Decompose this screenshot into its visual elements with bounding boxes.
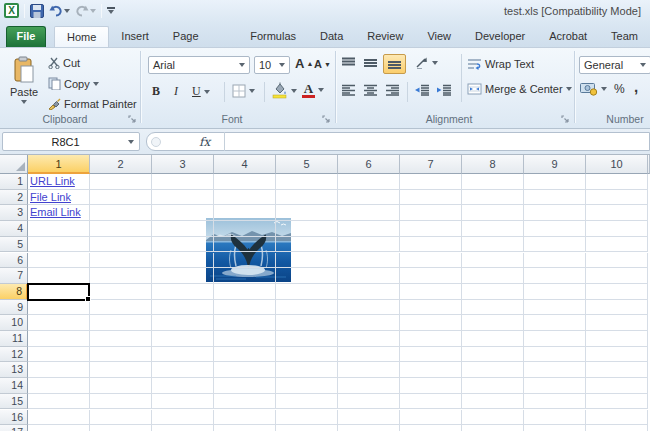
grid-cell[interactable] bbox=[462, 284, 524, 300]
accounting-dropdown-caret[interactable] bbox=[601, 87, 607, 91]
grid-cell[interactable] bbox=[214, 174, 276, 190]
grid-cell[interactable] bbox=[524, 410, 586, 426]
grid-cell[interactable] bbox=[586, 268, 648, 284]
grid-cell[interactable] bbox=[90, 378, 152, 394]
grid-cell[interactable] bbox=[152, 237, 214, 253]
decrease-indent-button[interactable] bbox=[414, 84, 430, 96]
grid-cell[interactable] bbox=[276, 300, 338, 316]
grid-cell[interactable] bbox=[28, 425, 90, 431]
grid-cell[interactable] bbox=[462, 221, 524, 237]
increase-indent-button[interactable] bbox=[436, 84, 452, 96]
column-header-5[interactable]: 5 bbox=[276, 155, 338, 174]
undo-button[interactable] bbox=[49, 5, 70, 17]
grid-cell[interactable] bbox=[28, 237, 90, 253]
grid-cell[interactable] bbox=[214, 378, 276, 394]
cell-url-link[interactable]: URL Link bbox=[28, 174, 90, 190]
grid-cell[interactable] bbox=[462, 394, 524, 410]
tab-data[interactable]: Data bbox=[308, 26, 355, 47]
cut-button[interactable]: Cut bbox=[48, 57, 80, 69]
grid-cell[interactable] bbox=[152, 362, 214, 378]
grid-cell[interactable] bbox=[276, 284, 338, 300]
grid-cell[interactable] bbox=[338, 331, 400, 347]
grid-cell[interactable] bbox=[524, 190, 586, 206]
align-right-button[interactable] bbox=[385, 84, 400, 96]
row-header-11[interactable]: 11 bbox=[0, 331, 28, 347]
grid-cell[interactable] bbox=[90, 425, 152, 431]
grid-cell[interactable] bbox=[400, 347, 462, 363]
grid-cell[interactable] bbox=[338, 205, 400, 221]
font-dialog-launcher-icon[interactable] bbox=[322, 115, 331, 124]
grid-cell[interactable] bbox=[214, 315, 276, 331]
merge-center-button[interactable]: Merge & Center bbox=[467, 83, 572, 95]
grid-cell[interactable] bbox=[462, 237, 524, 253]
grid-cell[interactable] bbox=[586, 362, 648, 378]
row-header-2[interactable]: 2 bbox=[0, 190, 28, 206]
grid-cell[interactable] bbox=[586, 284, 648, 300]
grid-cell[interactable] bbox=[28, 300, 90, 316]
column-header-7[interactable]: 7 bbox=[400, 155, 462, 174]
number-format-combobox[interactable]: General bbox=[579, 56, 650, 74]
grid-cell[interactable] bbox=[152, 174, 214, 190]
grid-cell[interactable] bbox=[338, 284, 400, 300]
grid-cell[interactable] bbox=[400, 378, 462, 394]
grid-cell[interactable] bbox=[524, 284, 586, 300]
grid-cell[interactable] bbox=[586, 253, 648, 269]
grid-cell[interactable] bbox=[524, 425, 586, 431]
borders-dropdown-caret[interactable] bbox=[249, 89, 255, 93]
column-header-3[interactable]: 3 bbox=[152, 155, 214, 174]
insert-function-button[interactable]: fx bbox=[199, 135, 210, 149]
tab-page-layout[interactable]: Page Layout bbox=[161, 26, 238, 47]
grid-cell[interactable] bbox=[338, 347, 400, 363]
grid-cell[interactable] bbox=[28, 394, 90, 410]
grow-font-button[interactable]: A▲ bbox=[295, 56, 313, 71]
grid-cell[interactable] bbox=[28, 253, 90, 269]
grid-cell[interactable] bbox=[90, 410, 152, 426]
grid-cell[interactable] bbox=[586, 378, 648, 394]
row-header-8[interactable]: 8 bbox=[0, 284, 28, 300]
grid-cell[interactable] bbox=[586, 300, 648, 316]
font-name-combobox[interactable]: Arial bbox=[148, 56, 250, 74]
grid-cell[interactable] bbox=[276, 394, 338, 410]
paste-button[interactable]: Paste bbox=[10, 56, 38, 104]
grid-cell[interactable] bbox=[462, 378, 524, 394]
grid-cell[interactable] bbox=[462, 331, 524, 347]
grid-cell[interactable] bbox=[276, 331, 338, 347]
tab-view[interactable]: View bbox=[415, 26, 463, 47]
clipboard-dialog-launcher-icon[interactable] bbox=[128, 115, 137, 124]
grid-cell[interactable] bbox=[462, 205, 524, 221]
row-header-10[interactable]: 10 bbox=[0, 315, 28, 331]
grid-cell[interactable] bbox=[90, 331, 152, 347]
grid-cell[interactable] bbox=[524, 347, 586, 363]
grid-cell[interactable] bbox=[28, 315, 90, 331]
grid-cell[interactable] bbox=[90, 190, 152, 206]
grid-cell[interactable] bbox=[462, 425, 524, 431]
grid-cell[interactable] bbox=[152, 315, 214, 331]
grid-cell[interactable] bbox=[400, 315, 462, 331]
row-header-7[interactable]: 7 bbox=[0, 268, 28, 284]
formula-input[interactable] bbox=[225, 133, 649, 150]
wrap-text-button[interactable]: Wrap Text bbox=[467, 58, 534, 70]
save-button[interactable] bbox=[30, 4, 44, 18]
column-header-6[interactable]: 6 bbox=[338, 155, 400, 174]
grid-cell[interactable] bbox=[276, 237, 338, 253]
borders-button[interactable] bbox=[232, 84, 255, 98]
grid-cell[interactable] bbox=[524, 362, 586, 378]
grid-cell[interactable] bbox=[214, 221, 276, 237]
align-top-button[interactable] bbox=[341, 57, 356, 69]
orientation-button[interactable] bbox=[415, 56, 438, 69]
fill-color-button[interactable] bbox=[272, 82, 297, 99]
align-center-button[interactable] bbox=[363, 84, 378, 96]
grid-cell[interactable] bbox=[90, 174, 152, 190]
grid-cell[interactable] bbox=[152, 268, 214, 284]
grid-cell[interactable] bbox=[586, 205, 648, 221]
alignment-dialog-launcher-icon[interactable] bbox=[561, 115, 570, 124]
percent-style-button[interactable]: % bbox=[614, 82, 625, 96]
column-header-1[interactable]: 1 bbox=[28, 155, 90, 174]
grid-cell[interactable] bbox=[90, 221, 152, 237]
grid-cell[interactable] bbox=[214, 362, 276, 378]
grid-cell[interactable] bbox=[586, 221, 648, 237]
grid-cell[interactable] bbox=[400, 362, 462, 378]
grid-cell[interactable] bbox=[214, 253, 276, 269]
grid-cell[interactable] bbox=[28, 378, 90, 394]
grid-cell[interactable] bbox=[214, 190, 276, 206]
